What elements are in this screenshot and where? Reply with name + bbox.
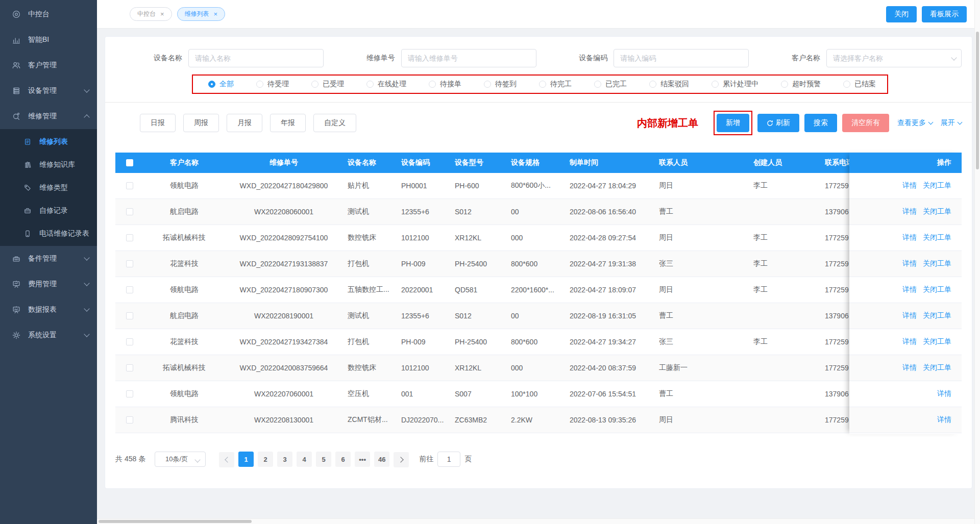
page-button-1[interactable]: 1 xyxy=(238,452,254,467)
more-pages-button[interactable]: ••• xyxy=(355,452,370,467)
tab-repair-list[interactable]: 维修列表 × xyxy=(177,7,226,21)
status-radio-在线处理[interactable]: 在线处理 xyxy=(366,80,406,89)
view-more-link[interactable]: 查看更多 xyxy=(897,118,933,128)
row-checkbox[interactable] xyxy=(126,338,133,345)
status-radio-待完工[interactable]: 待完工 xyxy=(539,80,572,89)
page-button-46[interactable]: 46 xyxy=(374,452,389,467)
device-code-input[interactable] xyxy=(614,49,749,67)
cell-creator: 李工 xyxy=(748,337,820,346)
sidebar-item-自修记录[interactable]: 自修记录 xyxy=(0,199,97,222)
cell-device_model: S012 xyxy=(450,312,506,320)
report-button-年报[interactable]: 年报 xyxy=(270,114,306,132)
cell-created_at: 2022-04-27 18:04:29 xyxy=(565,182,654,190)
status-radio-待接单[interactable]: 待接单 xyxy=(429,80,461,89)
detail-link[interactable]: 详情 xyxy=(937,389,951,398)
next-page-button[interactable] xyxy=(394,452,409,467)
close-order-link[interactable]: 关闭工单 xyxy=(923,233,951,242)
row-checkbox[interactable] xyxy=(126,416,133,423)
row-checkbox[interactable] xyxy=(126,312,133,319)
add-button[interactable]: 新增 xyxy=(717,114,749,132)
close-order-link[interactable]: 关闭工单 xyxy=(923,181,951,190)
detail-link[interactable]: 详情 xyxy=(902,337,917,346)
sidebar-item-中控台[interactable]: 中控台 xyxy=(0,2,97,27)
status-radio-已完工[interactable]: 已完工 xyxy=(594,80,627,89)
report-button-周报[interactable]: 周报 xyxy=(183,114,219,132)
page-size-select[interactable]: 10条/页 xyxy=(155,452,206,467)
row-checkbox[interactable] xyxy=(126,260,133,267)
status-radio-累计处理中[interactable]: 累计处理中 xyxy=(712,80,758,89)
sidebar-item-维修列表[interactable]: 维修列表 xyxy=(0,130,97,153)
sidebar-item-系统设置[interactable]: 系统设置 xyxy=(0,322,97,348)
goto-page-input[interactable] xyxy=(437,452,460,467)
page-button-6[interactable]: 6 xyxy=(335,452,351,467)
order-no-input[interactable] xyxy=(401,49,536,67)
row-checkbox[interactable] xyxy=(126,364,133,371)
detail-link[interactable]: 详情 xyxy=(902,285,917,294)
sidebar-item-费用管理[interactable]: 费用管理 xyxy=(0,271,97,297)
report-button-月报[interactable]: 月报 xyxy=(227,114,262,132)
page-button-2[interactable]: 2 xyxy=(258,452,273,467)
scrollbar-thumb[interactable] xyxy=(99,520,252,523)
refresh-button[interactable]: 刷新 xyxy=(757,114,799,132)
prev-page-button[interactable] xyxy=(219,452,234,467)
sidebar-item-客户管理[interactable]: 客户管理 xyxy=(0,53,97,78)
detail-link[interactable]: 详情 xyxy=(902,259,917,268)
sidebar-item-备件管理[interactable]: 备件管理 xyxy=(0,246,97,271)
row-checkbox[interactable] xyxy=(126,390,133,397)
detail-link[interactable]: 详情 xyxy=(902,233,917,242)
status-radio-全部[interactable]: 全部 xyxy=(208,80,234,89)
search-button[interactable]: 搜索 xyxy=(804,114,837,132)
vertical-scrollbar[interactable] xyxy=(974,0,980,524)
field-label: 维修单号 xyxy=(366,54,395,63)
report-button-日报[interactable]: 日报 xyxy=(140,114,176,132)
close-button[interactable]: 关闭 xyxy=(886,6,917,22)
close-order-link[interactable]: 关闭工单 xyxy=(923,285,951,294)
detail-link[interactable]: 详情 xyxy=(902,207,917,216)
board-display-button[interactable]: 看板展示 xyxy=(922,6,967,22)
status-radio-结案驳回[interactable]: 结案驳回 xyxy=(649,80,689,89)
sidebar-item-电话维修记录表[interactable]: 电话维修记录表 xyxy=(0,222,97,245)
select-all-checkbox[interactable] xyxy=(126,159,133,166)
report-button-自定义[interactable]: 自定义 xyxy=(313,114,356,132)
sidebar-item-维修管理[interactable]: 维修管理 xyxy=(0,104,97,129)
detail-link[interactable]: 详情 xyxy=(902,311,917,320)
customer-name-select[interactable] xyxy=(826,49,962,67)
sidebar-item-设备管理[interactable]: 设备管理 xyxy=(0,78,97,104)
tab-console[interactable]: 中控台 × xyxy=(130,7,172,21)
page-button-4[interactable]: 4 xyxy=(297,452,312,467)
detail-link[interactable]: 详情 xyxy=(902,181,917,190)
page-button-5[interactable]: 5 xyxy=(316,452,331,467)
sidebar-item-label: 自修记录 xyxy=(39,206,68,215)
status-radio-已受理[interactable]: 已受理 xyxy=(311,80,344,89)
close-icon[interactable]: × xyxy=(214,11,218,17)
close-order-link[interactable]: 关闭工单 xyxy=(923,207,951,216)
status-radio-超时预警[interactable]: 超时预警 xyxy=(781,80,821,89)
device-name-input[interactable] xyxy=(188,49,324,67)
close-order-link[interactable]: 关闭工单 xyxy=(923,363,951,372)
close-order-link[interactable]: 关闭工单 xyxy=(923,259,951,268)
horizontal-scrollbar[interactable] xyxy=(97,518,975,524)
chevron-down-icon xyxy=(84,331,89,337)
status-radio-已结案[interactable]: 已结案 xyxy=(843,80,876,89)
sidebar-item-智能BI[interactable]: 智能BI xyxy=(0,27,97,53)
clear-all-button[interactable]: 清空所有 xyxy=(842,114,889,132)
scrollbar-thumb[interactable] xyxy=(976,32,979,169)
page-button-3[interactable]: 3 xyxy=(277,452,292,467)
sidebar-item-维修类型[interactable]: 维修类型 xyxy=(0,176,97,199)
close-order-link[interactable]: 关闭工单 xyxy=(923,311,951,320)
sidebar-item-数据报表[interactable]: 数据报表 xyxy=(0,297,97,322)
detail-link[interactable]: 详情 xyxy=(902,363,917,372)
expand-link[interactable]: 展开 xyxy=(941,118,962,128)
sidebar-item-维修知识库[interactable]: 维修知识库 xyxy=(0,153,97,176)
row-checkbox[interactable] xyxy=(126,234,133,241)
detail-link[interactable]: 详情 xyxy=(937,415,951,425)
row-checkbox[interactable] xyxy=(126,182,133,189)
sidebar-item-label: 设备管理 xyxy=(28,86,57,95)
row-checkbox[interactable] xyxy=(126,208,133,215)
close-icon[interactable]: × xyxy=(160,11,164,17)
row-checkbox[interactable] xyxy=(126,286,133,293)
close-order-link[interactable]: 关闭工单 xyxy=(923,337,951,346)
status-radio-待签到[interactable]: 待签到 xyxy=(484,80,517,89)
sidebar-item-label: 备件管理 xyxy=(28,254,57,263)
status-radio-待受理[interactable]: 待受理 xyxy=(256,80,289,89)
